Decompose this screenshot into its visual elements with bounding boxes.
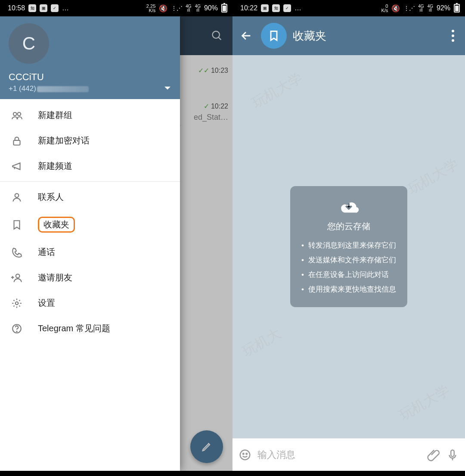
bookmark-icon [10,219,23,230]
net-speed: 0K/s [381,4,388,12]
bookmark-icon [268,30,280,42]
more-notif-icon: … [294,4,302,12]
info-bullet: 使用搜索来更快地查找信息 [301,282,396,297]
menu-item-group[interactable]: 新建群组 [0,103,180,128]
status-time: 10:22 [240,4,257,12]
status-bar: 10:22 ▣ 知 ✓ … 0K/s 🔇 ⋮⋰ 4Gıll 4Gıll 92% [232,0,465,16]
app-icon: 知 [272,4,280,12]
more-notif-icon: … [62,4,70,12]
sim2-icon: 4Gıll [195,4,201,12]
message-input[interactable] [257,449,421,460]
back-arrow-icon [240,30,252,42]
wifi-icon: ⋮⋰ [403,5,415,12]
menu-label: 邀请朋友 [38,272,72,283]
invite-icon [10,272,23,283]
menu-item-contact[interactable]: 联系人 [0,184,180,210]
highlight-annotation: 收藏夹 [38,217,75,233]
menu-item-channel[interactable]: 新建频道 [0,153,180,179]
menu-label: Telegram 常见问题 [38,323,110,334]
contact-icon [10,192,23,203]
menu-label: 新建加密对话 [38,135,90,146]
voice-button[interactable] [446,448,459,461]
cloud-download-icon [336,196,361,216]
more-options-button[interactable] [445,30,461,42]
menu-divider [0,181,180,182]
sim1-icon: 4Gıll [186,4,191,12]
menu-label: 联系人 [38,191,64,203]
menu-item-settings[interactable]: 设置 [0,290,180,316]
system-navbar [232,471,465,476]
attach-button[interactable] [427,448,440,461]
avatar[interactable]: C [9,23,49,64]
navigation-drawer: C CCCiTU +1 (442) 新建群组新建加密对话新建频道联系人收藏夹通话… [0,16,180,471]
menu-label: 设置 [38,297,55,309]
menu-item-help[interactable]: Telegram 常见问题 [0,316,180,341]
user-phone: +1 (442) [9,84,171,93]
menu-item-call[interactable]: 通话 [0,240,180,265]
gallery-icon: ▣ [40,4,47,12]
battery-icon [221,4,227,12]
app-icon: 知 [28,4,36,12]
chat-title: 收藏夹 [293,28,439,44]
system-navbar [0,471,232,476]
sim1-icon: 4Gıll [418,4,424,12]
emoji-button[interactable] [239,448,251,461]
settings-icon [10,298,23,309]
info-bullet: 发送媒体和文件来存储它们 [301,253,396,268]
info-bullet: 在任意设备上访问此对话 [301,268,396,282]
gallery-icon: ▣ [261,4,269,12]
info-card-title: 您的云存储 [327,221,370,232]
cloud-storage-info-card: 您的云存储 转发消息到这里来保存它们发送媒体和文件来存储它们在任意设备上访问此对… [290,186,407,307]
status-bar: 10:58 知 ▣ ✓ … 2.25K/s 🔇 ⋮⋰ 4Gıll 4Gıll 9… [0,0,232,16]
group-icon [10,110,23,121]
menu-item-lock[interactable]: 新建加密对话 [0,128,180,153]
right-phone: 10:22 ▣ 知 ✓ … 0K/s 🔇 ⋮⋰ 4Gıll 4Gıll 92% … [232,0,465,476]
menu-item-invite[interactable]: 邀请朋友 [0,265,180,290]
menu-label: 收藏夹 [43,220,69,229]
chevron-down-icon[interactable] [164,87,170,90]
mute-icon: 🔇 [159,4,167,12]
lock-icon [10,135,23,146]
left-phone: 10:58 知 ▣ ✓ … 2.25K/s 🔇 ⋮⋰ 4Gıll 4Gıll 9… [0,0,232,476]
info-bullet: 转发消息到这里来保存它们 [301,238,396,253]
sim2-icon: 4Gıll [428,4,433,12]
call-icon [10,247,23,258]
status-time: 10:58 [8,4,25,12]
menu-label: 通话 [38,246,55,258]
channel-icon [10,161,23,172]
back-button[interactable] [238,30,255,42]
help-icon [10,323,23,334]
menu-label: 新建群组 [38,109,72,121]
chat-background: 玩机大学 玩机大学 玩机大 玩机大学 您的云存储 转发消息到这里来保存它们发送媒… [232,55,465,438]
chat-header: 收藏夹 [232,16,465,55]
menu-label: 新建频道 [38,160,72,172]
battery-text: 92% [437,4,450,12]
drawer-header[interactable]: C CCCiTU +1 (442) [0,16,180,99]
saved-messages-avatar[interactable] [261,23,287,49]
check-icon: ✓ [283,4,291,12]
menu-item-bookmark[interactable]: 收藏夹 [0,210,180,240]
wifi-icon: ⋮⋰ [171,5,182,12]
net-speed: 2.25K/s [146,4,155,12]
mute-icon: 🔇 [391,4,400,12]
battery-icon [454,4,460,12]
battery-text: 90% [204,4,218,12]
message-input-bar [232,438,465,471]
user-name: CCCiTU [9,72,171,83]
check-icon: ✓ [51,4,59,12]
